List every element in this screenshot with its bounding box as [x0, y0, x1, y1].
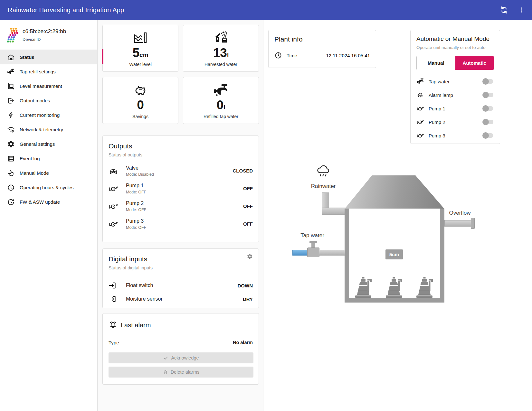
stat-value: 5: [132, 46, 139, 60]
toggle-switch[interactable]: [482, 92, 494, 98]
output-name: Valve: [126, 165, 154, 171]
toggle-knob: [482, 92, 489, 98]
kebab-menu-icon[interactable]: [518, 6, 525, 14]
output-info: Valve Mode: Disabled: [126, 165, 154, 177]
rainwater-label: Rainwater: [309, 183, 338, 190]
output-mode: Mode: OFF: [126, 208, 146, 212]
sidebar-item[interactable]: Network & telemetry: [0, 122, 97, 137]
plant-time-value: 12.11.2024 16:05:41: [326, 53, 370, 58]
plant-time-row: Time 12.11.2024 16:05:41: [274, 51, 370, 59]
app-bar: Rainwater Harvesting and Irrigation App: [0, 0, 532, 20]
last-alarm-card: Last alarm Type No alarm Acknowledge Del…: [102, 313, 259, 385]
digital-input-name: Moisture sensor: [126, 296, 163, 302]
output-mode: Mode: OFF: [126, 225, 146, 230]
sidebar-item-label: Output modes: [20, 98, 50, 103]
toggle-switch[interactable]: [482, 105, 494, 112]
delete-alarms-button[interactable]: Delete alarms: [109, 367, 253, 378]
output-state: OFF: [243, 203, 253, 209]
toggle-row: Pump 1: [416, 102, 494, 115]
stat-unit: l: [223, 104, 225, 110]
toggle-switch[interactable]: [482, 132, 494, 139]
toggle-row: Tap water: [416, 75, 494, 88]
delete-alarms-label: Delete alarms: [171, 369, 199, 375]
toggle-label: Tap water: [429, 79, 450, 84]
digital-input-rows: Float switch DOWN Moisture sensor DRY: [109, 279, 253, 306]
overflow-flange: [471, 218, 475, 229]
sidebar-item[interactable]: Output modes: [0, 93, 97, 108]
output-info: Pump 1 Mode: OFF: [126, 183, 146, 194]
sidebar-item-label: Event log: [20, 156, 40, 161]
digital-inputs-settings-icon[interactable]: [247, 253, 253, 259]
toggle-label: Pump 1: [429, 106, 445, 111]
sidebar-item-label: Status: [20, 54, 34, 60]
alarm-type-value: No alarm: [233, 340, 253, 345]
sidebar-item[interactable]: Current monitoring: [0, 108, 97, 122]
tank-pump-1: [354, 271, 373, 298]
water-level-icon: [133, 30, 148, 46]
toggle-row: Alarm lamp: [416, 88, 494, 102]
toggle-switch[interactable]: [482, 119, 494, 125]
pump-icon: [416, 132, 424, 139]
output-row: Pump 2 Mode: OFF OFF: [109, 197, 253, 215]
tap-valve-body: [307, 248, 319, 257]
sidebar-item[interactable]: General settings: [0, 137, 97, 151]
tank-level-badge: 5cm: [385, 249, 403, 259]
stat-cards: 5cm Water level 13l Harvested water 0 Sa…: [102, 25, 259, 124]
toggle-label: Pump 2: [429, 119, 445, 125]
output-name: Pump 2: [126, 201, 146, 206]
stat-value-row: 13l: [213, 46, 229, 59]
level-icon: [7, 82, 15, 90]
clock-icon: [274, 51, 282, 59]
toggle-label: Alarm lamp: [429, 92, 453, 98]
sidebar-item-label: Operating hours & cycles: [20, 185, 74, 190]
digital-input-row: Moisture sensor DRY: [109, 292, 253, 306]
last-alarm-header: Last alarm: [109, 321, 253, 330]
active-item-indicator: [102, 49, 103, 64]
brand-logo: [6, 27, 19, 43]
piggy-icon: [133, 82, 148, 98]
sidebar-item[interactable]: Status: [0, 50, 97, 64]
sidebar-nav: Status Tap refill settings Level measure…: [0, 50, 97, 209]
stat-label: Harvested water: [204, 62, 237, 67]
hand-icon: [7, 169, 15, 177]
toggle-row: Pump 3: [416, 129, 494, 142]
digital-input-state: DRY: [243, 296, 253, 302]
outputs-subtitle: Status of outputs: [109, 152, 253, 157]
sidebar-item[interactable]: Tap refill settings: [0, 64, 97, 79]
sidebar-item[interactable]: FW & ASW update: [0, 195, 97, 209]
output-info: Pump 2 Mode: OFF: [126, 201, 146, 212]
refresh-icon[interactable]: [500, 6, 508, 14]
mode-toggles: Tap water Alarm lamp Pump 1: [416, 75, 494, 142]
overflow-pipe: [444, 220, 472, 227]
digital-inputs-subtitle: Status of digital inputs: [109, 265, 253, 270]
stat-card: 13l Harvested water: [183, 25, 259, 72]
acknowledge-label: Acknowledge: [171, 355, 199, 360]
faucet-icon: [7, 68, 15, 76]
mode-subtitle: Operate unit manually or set to auto: [416, 45, 494, 50]
tank-pump-2: [384, 271, 404, 298]
stat-value-row: 0: [137, 98, 144, 111]
update-icon: [7, 198, 15, 206]
output-row: Valve Mode: Disabled CLOSED: [109, 162, 253, 180]
sidebar-item[interactable]: Event log: [0, 151, 97, 166]
device-id-label: Device ID: [23, 37, 66, 42]
faucet-icon: [213, 82, 229, 98]
sidebar-item[interactable]: Manual Mode: [0, 166, 97, 180]
manual-mode-button[interactable]: Manual: [417, 56, 455, 70]
alarm-lamp-icon: [416, 91, 424, 99]
sidebar-item[interactable]: Operating hours & cycles: [0, 180, 97, 195]
device-text: c6:5b:be:c2:29:bb Device ID: [23, 28, 66, 42]
automatic-mode-button[interactable]: Automatic: [455, 56, 494, 70]
stat-label: Refilled tap water: [204, 114, 238, 119]
mode-segmented-control: Manual Automatic: [416, 56, 494, 70]
toggle-switch[interactable]: [482, 78, 494, 85]
output-row: Pump 3 Mode: OFF OFF: [109, 215, 253, 233]
digital-input-state: DOWN: [238, 283, 253, 288]
faucet-icon: [416, 78, 424, 85]
pump-icon: [109, 184, 118, 193]
acknowledge-button[interactable]: Acknowledge: [109, 352, 253, 363]
stat-card: 0l Refilled tap water: [183, 77, 259, 124]
sidebar-item[interactable]: Level measurement: [0, 79, 97, 93]
device-header: c6:5b:be:c2:29:bb Device ID: [0, 20, 97, 50]
tap-water-pipe-blue: [292, 250, 309, 256]
